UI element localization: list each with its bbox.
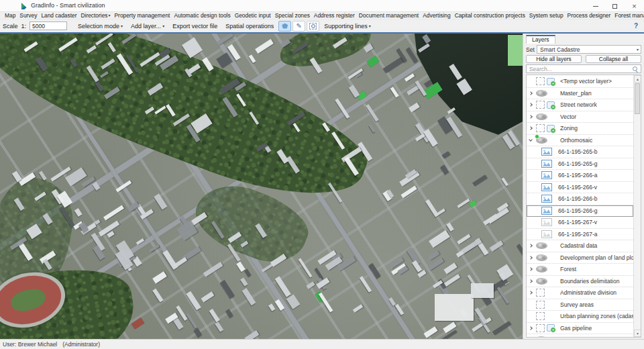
image-icon[interactable] — [541, 171, 552, 179]
menu-item-land-cadaster[interactable]: Land cadaster — [39, 12, 78, 19]
layer-tree-item-development-plan-of-land-plot[interactable]: Development plan of land plot — [527, 252, 633, 264]
edit-button[interactable]: ✎ — [292, 21, 305, 32]
image-icon[interactable] — [541, 148, 552, 156]
dashed-box-icon[interactable] — [536, 101, 545, 109]
tree-scrollbar[interactable]: ▲ ▼ — [633, 75, 641, 337]
chevron-right-icon[interactable] — [529, 115, 533, 119]
dashed-box-icon[interactable] — [536, 301, 545, 309]
chevron-right-icon[interactable] — [529, 126, 533, 130]
menu-item-address-register[interactable]: Address register — [312, 12, 357, 19]
image-icon[interactable] — [541, 183, 552, 191]
layer-tree-item-66-1-195-266-a[interactable]: 66-1-195-266-a — [527, 170, 633, 182]
raster-icon[interactable] — [536, 336, 547, 337]
layer-tree-item[interactable] — [527, 334, 633, 337]
layer-tree-item-forest[interactable]: Forest — [527, 264, 633, 276]
close-button[interactable]: × — [625, 0, 644, 12]
layer-tree-item-66-1-195-267-v[interactable]: 66-1-195-267-v — [527, 217, 633, 229]
layer-tree-item-cadastral-data[interactable]: Cadastral data — [527, 240, 633, 252]
zoom-to-selection-button[interactable] — [307, 21, 319, 32]
chevron-right-icon[interactable] — [529, 267, 533, 271]
raster-icon[interactable] — [536, 90, 547, 97]
chevron-down-icon[interactable] — [529, 138, 533, 142]
layer-tree-item-street-network[interactable]: Street network — [527, 99, 633, 111]
raster-icon[interactable] — [536, 242, 547, 249]
dashed-box-icon[interactable] — [536, 324, 545, 332]
chevron-right-icon[interactable] — [529, 91, 533, 95]
collapse-all-button[interactable]: Collapse all — [586, 55, 641, 63]
area-select-button[interactable] — [278, 21, 291, 32]
export-vector-file-button[interactable]: Export vector file — [168, 21, 221, 32]
layer-tree-item-gas-pipeline[interactable]: Gas pipeline — [527, 323, 633, 335]
scroll-down-icon[interactable]: ▼ — [634, 330, 641, 337]
layer-tree-item-boundaries-delimitation[interactable]: Boundaries delimitation — [527, 276, 633, 288]
layer-tree-item-66-1-195-266-v[interactable]: 66-1-195-266-v — [527, 182, 633, 194]
vector-add-icon[interactable] — [547, 101, 555, 109]
chevron-right-icon[interactable] — [529, 103, 533, 107]
layer-tree-item-66-1-195-265-b[interactable]: 66-1-195-265-b — [527, 146, 633, 158]
layer-tree-item-66-1-195-265-g[interactable]: 66-1-195-265-g — [527, 158, 633, 170]
raster-icon[interactable] — [536, 266, 547, 272]
menu-item-automatic-design-tools[interactable]: Automatic design tools — [172, 12, 232, 19]
expander-slot — [529, 140, 536, 141]
dashed-box-icon[interactable] — [536, 289, 545, 297]
image-icon[interactable] — [541, 160, 552, 168]
help-button[interactable]: ? — [634, 22, 638, 30]
layer-tree-item-orthomosaic[interactable]: Orthomosaic — [527, 135, 633, 147]
maximize-button[interactable] — [605, 0, 625, 12]
supporting-lines-button[interactable]: Supporting lines ▾ — [320, 21, 375, 32]
menu-item-survey[interactable]: Survey — [17, 12, 39, 19]
menu-item-process-designer[interactable]: Process designer — [566, 12, 613, 19]
chevron-right-icon[interactable] — [529, 279, 533, 283]
menu-item-system-setup[interactable]: System setup — [527, 12, 566, 19]
search-input[interactable] — [527, 66, 641, 72]
layer-tree-item-66-1-195-266-g[interactable]: 66-1-195-266-g — [527, 205, 633, 217]
vector-add-icon[interactable] — [547, 78, 555, 85]
layer-tree-item-survey-areas[interactable]: Survey areas — [527, 299, 633, 311]
layer-tree-item-66-1-195-266-b[interactable]: 66-1-195-266-b — [527, 193, 633, 205]
menu-item-advertising[interactable]: Advertising — [421, 12, 452, 19]
layer-tree-item-temp-vector-layer[interactable]: <Temp vector layer> — [527, 76, 633, 88]
dashed-box-icon[interactable] — [536, 77, 545, 85]
scroll-up-icon[interactable]: ▲ — [634, 75, 641, 83]
dashed-box-icon[interactable] — [536, 124, 545, 132]
layer-tree-item-urban-planning-zones-cadastral[interactable]: Urban planning zones (cadastral) — [527, 311, 633, 323]
selection-mode-button[interactable]: Selection mode ▾ — [74, 21, 127, 32]
spatial-operations-button[interactable]: Spatial operations — [221, 21, 278, 32]
raster-icon[interactable] — [536, 254, 547, 261]
image-icon[interactable] — [541, 195, 552, 203]
raster-icon[interactable] — [536, 278, 547, 285]
layer-tree-item-master-plan[interactable]: Master_plan — [527, 88, 633, 100]
raster-active-icon[interactable] — [536, 137, 547, 144]
scale-input[interactable] — [30, 21, 67, 30]
minimize-button[interactable] — [586, 0, 605, 12]
menu-item-forest-management[interactable]: Forest management — [612, 12, 644, 19]
image-icon[interactable] — [541, 207, 552, 215]
dashed-box-icon[interactable] — [536, 312, 545, 320]
layer-tree-item-administrative-division[interactable]: Administrative division — [527, 287, 633, 299]
scrollbar-thumb[interactable] — [635, 83, 640, 114]
menu-item-directories[interactable]: Directories▾ — [78, 12, 112, 19]
add-layer-button[interactable]: Add layer... ▾ — [127, 21, 168, 32]
chevron-right-icon[interactable] — [529, 291, 533, 295]
menu-item-capital-construction-projects[interactable]: Capital construction projects — [453, 12, 527, 19]
raster-icon[interactable] — [536, 113, 547, 120]
hide-all-layers-button[interactable]: Hide all layers — [526, 55, 582, 63]
chevron-right-icon[interactable] — [529, 256, 533, 260]
menu-item-document-management[interactable]: Document management — [357, 12, 421, 19]
vector-add-icon[interactable] — [547, 125, 555, 132]
chevron-right-icon[interactable] — [529, 244, 533, 248]
tab-layers[interactable]: Layers — [526, 35, 555, 44]
layer-tree-item-vector[interactable]: Vector — [527, 111, 633, 123]
image-off-icon[interactable] — [541, 218, 552, 226]
layer-tree-item-zoning[interactable]: Zoning — [527, 123, 633, 135]
chevron-right-icon[interactable] — [529, 326, 533, 330]
menu-item-special-zones[interactable]: Special zones — [273, 12, 312, 19]
layer-set-select[interactable]: Smart Cadastre ▾ — [537, 45, 641, 54]
vector-add-icon[interactable] — [547, 324, 555, 332]
map-viewport[interactable] — [0, 34, 523, 339]
menu-item-property-management[interactable]: Property management — [113, 12, 172, 19]
image-off-icon[interactable] — [541, 230, 552, 238]
layer-tree-item-66-1-195-267-a[interactable]: 66-1-195-267-a — [527, 229, 633, 241]
menu-item-geodetic-input[interactable]: Geodetic input — [233, 12, 273, 19]
menu-item-map[interactable]: Map — [3, 12, 17, 19]
